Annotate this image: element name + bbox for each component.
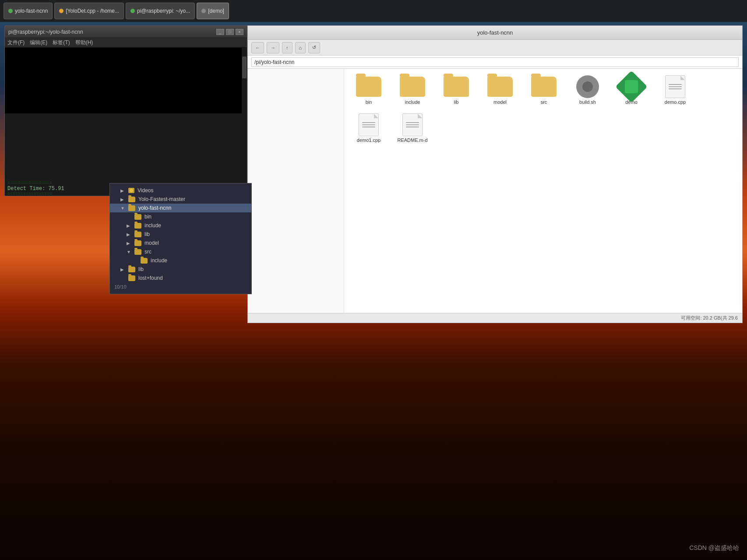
lib-folder-icon [444,77,469,97]
file-name-include: include [405,99,420,105]
tree-folder-lostfound [128,275,135,281]
model-folder-icon [487,77,513,97]
fm-refresh-btn[interactable]: ↺ [308,42,320,53]
fm-status-text: 可用空间: 20.2 GB(共 29.6 [681,315,738,321]
fm-path-input[interactable] [251,57,739,67]
terminal-video-area [5,48,242,113]
tree-arrow-lib2: ▶ [127,232,133,237]
tree-label-lib3: lib [138,266,144,272]
tree-arrow-videos: ▶ [120,188,127,193]
tree-label-videos: Videos [137,187,153,194]
terminal-menu-tab[interactable]: 标签(T) [53,39,70,46]
tree-label-yolo-fastest: Yolo-Fastest-master [138,196,185,202]
taskbar-btn-terminal2[interactable]: pi@raspberrypi: ~/yo... [126,3,195,19]
fm-back-btn[interactable]: ← [251,42,264,53]
src-folder-icon [531,77,557,97]
file-name-model: model [493,99,507,105]
tree-label-yolo-fast-ncnn: yolo-fast-ncnn [138,205,171,211]
terminal-window: pi@raspberrypi:~/yolo-fast-ncnn _ □ × 文件… [4,25,247,196]
file-name-bin: bin [366,99,372,105]
tree-label-bin: bin [144,214,152,220]
file-item-model[interactable]: model [483,76,518,105]
fm-titlebar: yolo-fast-ncnn [248,26,742,40]
democpp-text-icon [665,75,685,98]
tree-size-label: 10/10 [110,282,251,291]
terminal-controls: _ □ × [216,29,243,35]
tree-label-lib2: lib [144,231,150,237]
file-name-demo1cpp: demo1.cpp [357,137,381,143]
fm-sidebar [248,69,344,313]
bin-folder-icon [356,77,381,97]
tree-arrow-include: ▶ [127,223,133,228]
tree-folder-src [134,249,141,255]
taskbar-btn-terminal1[interactable]: yolo-fast-ncnn [4,3,53,19]
demo-diamond-icon [615,70,648,103]
tree-item-bin[interactable]: bin [110,212,251,221]
tree-label-lostfound: lost+found [138,275,163,281]
file-item-include[interactable]: include [395,76,430,105]
file-item-democpp[interactable]: demo.cpp [658,76,693,105]
taskbar-btn-demo[interactable]: [demo] [197,3,229,19]
tree-panel: ▶ Videos ▶ Yolo-Fastest-master ▼ yolo-fa… [109,183,252,294]
tree-label-include: include [144,222,161,229]
terminal-close-btn[interactable]: × [236,29,243,35]
fm-statusbar: 可用空间: 20.2 GB(共 29.6 [248,313,742,323]
tree-item-lib3[interactable]: ▶ lib [110,265,251,274]
terminal-menu-help[interactable]: 帮助(H) [75,39,93,46]
tree-folder-yolo-fastest [128,197,135,202]
tree-item-lostfound[interactable]: lost+found [110,274,251,282]
tree-arrow-model2: ▶ [127,241,133,246]
tree-item-include[interactable]: ▶ include [110,221,251,230]
tree-item-lib2[interactable]: ▶ lib [110,230,251,239]
file-item-buildsh[interactable]: build.sh [570,76,605,105]
fm-toolbar: ← → ↑ ⌂ ↺ [248,40,742,56]
readme-text-icon [402,113,423,136]
fm-content: bin include lib model src [344,69,742,313]
tree-folder-model2 [134,240,141,246]
terminal-menu: 文件(F) 编辑(E) 标签(T) 帮助(H) [5,38,247,48]
include-folder-icon [400,77,425,97]
tree-label-src: src [144,249,152,255]
demo1cpp-text-icon [359,113,379,136]
tree-label-model2: model [144,240,159,246]
tree-item-src[interactable]: ▼ src [110,247,251,256]
tree-folder-src-include [141,258,148,264]
tree-folder-lib2 [134,232,141,237]
tree-item-src-include[interactable]: include [110,256,251,265]
tree-arrow-lib3: ▶ [120,267,127,272]
terminal-maximize-btn[interactable]: □ [226,29,234,35]
fm-addressbar [248,56,742,69]
file-item-bin[interactable]: bin [351,76,386,105]
file-name-buildsh: build.sh [579,99,596,105]
tree-folder-lib3 [128,267,135,272]
filemanager-window: yolo-fast-ncnn ← → ↑ ⌂ ↺ bin include [247,25,743,323]
terminal-title: pi@raspberrypi:~/yolo-fast-ncnn [8,29,83,35]
fm-title: yolo-fast-ncnn [477,29,513,36]
fm-forward-btn[interactable]: → [267,42,279,53]
tree-item-videos[interactable]: ▶ Videos [110,186,251,195]
fm-home-btn[interactable]: ⌂ [295,42,306,53]
taskbar-btn-yolodet[interactable]: [YoloDet.cpp - /home... [54,3,124,19]
tree-item-yolo-fastest[interactable]: ▶ Yolo-Fastest-master [110,195,251,204]
fm-body: bin include lib model src [248,69,742,313]
buildsh-gear-icon [576,75,599,98]
file-item-readme[interactable]: README.m-d [395,114,430,143]
tree-item-model2[interactable]: ▶ model [110,239,251,247]
fm-up-btn[interactable]: ↑ [282,42,292,53]
file-item-demo1cpp[interactable]: demo1.cpp [351,114,386,143]
terminal-scrollbar[interactable] [242,48,247,196]
tree-folder-yolo-fast-ncnn [128,205,135,211]
tree-arrow-yolo-fastest: ▶ [120,197,127,202]
file-item-demo[interactable]: demo [614,76,649,105]
tree-folder-include [134,223,141,229]
terminal-menu-file[interactable]: 文件(F) [7,39,25,46]
file-item-lib[interactable]: lib [439,76,474,105]
tree-arrow-yolo-fast-ncnn: ▼ [120,206,127,211]
file-item-src[interactable]: src [526,76,561,105]
tree-item-yolo-fast-ncnn[interactable]: ▼ yolo-fast-ncnn [110,204,251,212]
terminal-menu-edit[interactable]: 编辑(E) [30,39,47,46]
terminal-minimize-btn[interactable]: _ [216,29,224,35]
file-name-src: src [541,99,547,105]
watermark: CSDN @盗盛哈哈 [689,544,739,552]
file-name-readme: README.m-d [397,137,427,143]
